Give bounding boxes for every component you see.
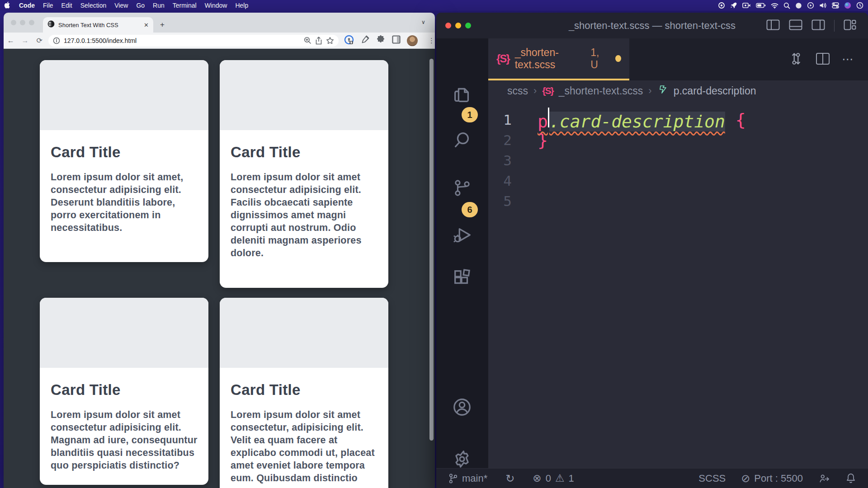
card-description: Lorem ipsum dolor sit amet consectetur a…: [231, 171, 377, 259]
profile-avatar[interactable]: [407, 35, 418, 46]
screen-recorder-icon[interactable]: [742, 2, 751, 9]
browser-menu-dots-icon[interactable]: ⋮: [428, 37, 435, 45]
page-scrollbar-thumb[interactable]: [429, 59, 434, 441]
code-line[interactable]: 4: [488, 170, 868, 191]
siri-icon[interactable]: [844, 2, 851, 9]
code-line[interactable]: 2 }: [488, 130, 868, 150]
share-icon[interactable]: [315, 37, 322, 45]
address-bar[interactable]: 127.0.0.1:5500/index.html: [48, 35, 339, 47]
code-line[interactable]: 3: [488, 150, 868, 170]
extensions-icon[interactable]: [452, 268, 472, 291]
toggle-primary-sidebar-icon[interactable]: [766, 19, 780, 32]
menu-item-selection[interactable]: Selection: [76, 2, 111, 9]
customize-layout-icon[interactable]: [844, 19, 856, 32]
chevron-right-icon: ›: [533, 85, 537, 97]
notifications-bell-icon[interactable]: [845, 473, 856, 484]
control-center-icon[interactable]: [832, 2, 839, 9]
card-description: Lorem ipsum dolor sit amet consectetur a…: [51, 408, 198, 472]
new-tab-button[interactable]: +: [160, 21, 165, 28]
toggle-secondary-sidebar-icon[interactable]: [811, 19, 825, 32]
tab-close-icon[interactable]: ✕: [144, 22, 149, 28]
target-icon[interactable]: [718, 2, 725, 9]
card: Card Title Lorem ipsum dolor sit amet co…: [40, 298, 208, 485]
sync-changes-button[interactable]: ↻: [505, 472, 514, 485]
apple-logo-icon[interactable]: [0, 1, 15, 10]
editor-tab[interactable]: {S} _shorten-text.scss 1, U: [488, 38, 629, 80]
page-viewport: Card Title Lorem ipsum dolor sit amet, c…: [4, 49, 435, 488]
window-zoom-button[interactable]: [29, 20, 34, 25]
card: Card Title Lorem ipsum dolor sit amet, c…: [40, 60, 208, 262]
explorer-icon[interactable]: [452, 84, 472, 106]
unsaved-changes-dot[interactable]: [615, 55, 621, 62]
menu-item-run[interactable]: Run: [149, 2, 169, 9]
card-title: Card Title: [51, 144, 198, 161]
browser-tab-strip: Shorten Text With CSS ✕ + ∨: [4, 13, 435, 33]
focus-mode-icon[interactable]: [795, 2, 802, 9]
card: Card Title Lorem ipsum dolor sit amet co…: [220, 60, 388, 288]
back-button[interactable]: ←: [4, 37, 18, 45]
search-icon[interactable]: [452, 130, 472, 152]
toggle-panel-icon[interactable]: [789, 19, 802, 32]
menu-item-terminal[interactable]: Terminal: [169, 2, 201, 9]
forward-button[interactable]: →: [18, 37, 33, 45]
menu-app-name[interactable]: Code: [15, 2, 39, 9]
zoom-in-icon[interactable]: [304, 37, 311, 44]
reload-button[interactable]: ⟳: [32, 36, 47, 45]
live-server-port[interactable]: ⊘ Port : 5500: [741, 472, 803, 485]
code-editor[interactable]: 1 p.card-description { 2 } 3 4 5: [488, 101, 868, 468]
status-bar: main* ↻ ⊗ 0 ⚠ 1 SCSS ⊘ Port : 5500: [436, 468, 868, 488]
url-text[interactable]: 127.0.0.1:5500/index.html: [64, 37, 300, 44]
line-number: 4: [488, 173, 512, 189]
breadcrumb-folder[interactable]: scss: [507, 85, 528, 97]
menu-item-window[interactable]: Window: [201, 2, 231, 9]
sync-icon: ↻: [505, 472, 514, 485]
menu-item-view[interactable]: View: [110, 2, 132, 9]
activity-bar: 1 6: [436, 38, 488, 468]
accounts-icon[interactable]: [452, 397, 472, 419]
bookmark-star-icon[interactable]: [326, 37, 334, 45]
spotlight-search-icon[interactable]: [783, 2, 790, 9]
tab-problems-decoration: 1, U: [590, 47, 606, 71]
card-image-placeholder: [40, 60, 208, 130]
chevron-right-icon: ›: [648, 85, 651, 97]
password-manager-icon[interactable]: [344, 35, 354, 47]
side-panel-icon[interactable]: [392, 35, 401, 46]
volume-icon[interactable]: [819, 2, 827, 9]
more-actions-icon[interactable]: ⋯: [842, 52, 854, 66]
rocket-icon[interactable]: [730, 2, 737, 9]
window-close-button[interactable]: [11, 20, 16, 25]
menu-item-help[interactable]: Help: [231, 2, 252, 9]
source-control-icon[interactable]: [452, 178, 472, 200]
git-branch-status[interactable]: main*: [448, 473, 487, 484]
open-changes-icon[interactable]: [788, 51, 804, 68]
scss-file-icon: {S}: [542, 85, 553, 96]
run-debug-icon[interactable]: [452, 225, 472, 247]
menu-item-file[interactable]: File: [39, 2, 57, 9]
breadcrumb-file[interactable]: _shorten-text.scss: [559, 85, 643, 97]
site-info-icon[interactable]: [53, 37, 60, 44]
card-title: Card Title: [231, 381, 377, 399]
branch-name: main*: [462, 473, 487, 484]
tab-filename: _shorten-text.scss: [515, 47, 585, 71]
wifi-icon[interactable]: [771, 3, 778, 9]
browser-tab[interactable]: Shorten Text With CSS ✕: [43, 17, 153, 33]
code-line[interactable]: 1 p.card-description {: [488, 109, 868, 130]
line-number: 2: [488, 132, 512, 148]
color-picker-icon[interactable]: [360, 35, 370, 47]
extensions-puzzle-icon[interactable]: [376, 35, 386, 47]
menu-status-icons: [718, 2, 868, 9]
menu-item-go[interactable]: Go: [132, 2, 149, 9]
problems-status[interactable]: ⊗ 0 ⚠ 1: [533, 472, 574, 484]
line-number: 5: [488, 193, 512, 209]
tab-search-chevron-icon[interactable]: ∨: [421, 19, 425, 25]
menu-item-edit[interactable]: Edit: [57, 2, 76, 9]
feedback-smiley[interactable]: [818, 473, 830, 484]
code-line[interactable]: 5: [488, 191, 868, 211]
split-editor-icon[interactable]: [816, 52, 830, 67]
language-mode[interactable]: SCSS: [698, 473, 726, 484]
clock-icon[interactable]: [856, 2, 863, 9]
breadcrumb-symbol[interactable]: p.card-description: [674, 85, 756, 97]
screen-play-icon[interactable]: [807, 2, 814, 9]
window-minimize-button[interactable]: [20, 20, 25, 25]
battery-icon[interactable]: [756, 3, 766, 8]
